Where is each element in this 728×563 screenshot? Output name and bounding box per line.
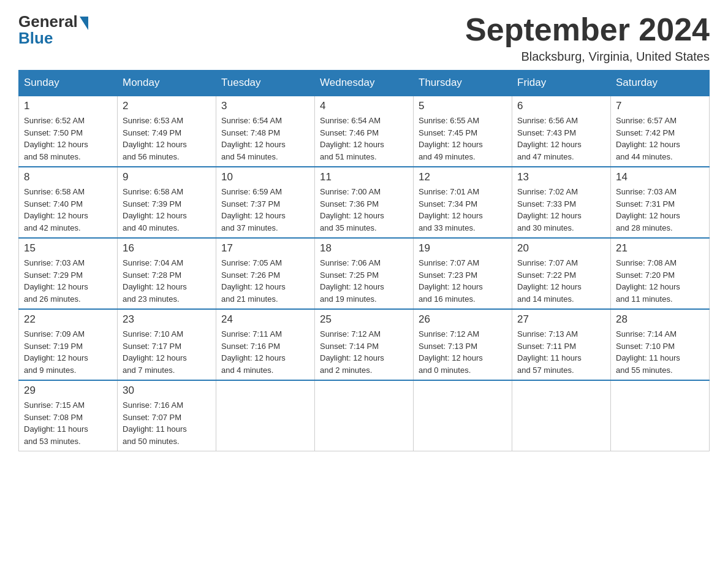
- day-number: 14: [616, 171, 704, 183]
- weekday-header-saturday: Saturday: [611, 71, 710, 96]
- day-info: Sunrise: 6:58 AM Sunset: 7:40 PM Dayligh…: [24, 186, 112, 234]
- day-number: 20: [517, 242, 605, 255]
- day-info: Sunrise: 7:16 AM Sunset: 7:07 PM Dayligh…: [123, 399, 211, 447]
- calendar-cell: 18 Sunrise: 7:06 AM Sunset: 7:25 PM Dayl…: [315, 238, 414, 309]
- day-info: Sunrise: 6:55 AM Sunset: 7:45 PM Dayligh…: [419, 115, 507, 163]
- day-number: 3: [221, 100, 309, 112]
- calendar-cell: 4 Sunrise: 6:54 AM Sunset: 7:46 PM Dayli…: [315, 96, 414, 167]
- week-row-2: 8 Sunrise: 6:58 AM Sunset: 7:40 PM Dayli…: [19, 167, 710, 238]
- calendar-cell: 19 Sunrise: 7:07 AM Sunset: 7:23 PM Dayl…: [414, 238, 512, 309]
- day-info: Sunrise: 7:13 AM Sunset: 7:11 PM Dayligh…: [517, 328, 605, 376]
- calendar-cell: [414, 380, 512, 451]
- day-number: 15: [24, 242, 112, 255]
- calendar-cell: 21 Sunrise: 7:08 AM Sunset: 7:20 PM Dayl…: [611, 238, 710, 309]
- day-number: 23: [123, 313, 211, 326]
- day-info: Sunrise: 7:14 AM Sunset: 7:10 PM Dayligh…: [616, 328, 704, 376]
- day-number: 30: [123, 385, 211, 397]
- day-info: Sunrise: 7:04 AM Sunset: 7:28 PM Dayligh…: [123, 257, 211, 305]
- day-number: 27: [517, 313, 605, 326]
- calendar-cell: 23 Sunrise: 7:10 AM Sunset: 7:17 PM Dayl…: [118, 309, 216, 380]
- weekday-header-monday: Monday: [118, 71, 216, 96]
- page-header: General Blue September 2024 Blacksburg, …: [18, 12, 710, 64]
- day-info: Sunrise: 7:05 AM Sunset: 7:26 PM Dayligh…: [221, 257, 309, 305]
- logo-triangle-icon: [80, 17, 88, 30]
- location-text: Blacksburg, Virginia, United States: [465, 50, 710, 64]
- day-number: 4: [320, 100, 408, 112]
- day-info: Sunrise: 6:53 AM Sunset: 7:49 PM Dayligh…: [123, 115, 211, 163]
- weekday-header-friday: Friday: [512, 71, 611, 96]
- day-info: Sunrise: 7:10 AM Sunset: 7:17 PM Dayligh…: [123, 328, 211, 376]
- calendar-cell: 3 Sunrise: 6:54 AM Sunset: 7:48 PM Dayli…: [216, 96, 315, 167]
- day-info: Sunrise: 7:06 AM Sunset: 7:25 PM Dayligh…: [320, 257, 408, 305]
- calendar-table: SundayMondayTuesdayWednesdayThursdayFrid…: [18, 70, 710, 451]
- calendar-cell: 14 Sunrise: 7:03 AM Sunset: 7:31 PM Dayl…: [611, 167, 710, 238]
- week-row-5: 29 Sunrise: 7:15 AM Sunset: 7:08 PM Dayl…: [19, 380, 710, 451]
- logo-blue-text: Blue: [18, 29, 53, 48]
- calendar-cell: 22 Sunrise: 7:09 AM Sunset: 7:19 PM Dayl…: [19, 309, 118, 380]
- calendar-cell: [315, 380, 414, 451]
- day-number: 6: [517, 100, 605, 112]
- calendar-cell: 30 Sunrise: 7:16 AM Sunset: 7:07 PM Dayl…: [118, 380, 216, 451]
- day-info: Sunrise: 7:00 AM Sunset: 7:36 PM Dayligh…: [320, 186, 408, 234]
- day-info: Sunrise: 7:08 AM Sunset: 7:20 PM Dayligh…: [616, 257, 704, 305]
- day-info: Sunrise: 7:03 AM Sunset: 7:31 PM Dayligh…: [616, 186, 704, 234]
- day-info: Sunrise: 7:12 AM Sunset: 7:13 PM Dayligh…: [419, 328, 507, 376]
- calendar-cell: 27 Sunrise: 7:13 AM Sunset: 7:11 PM Dayl…: [512, 309, 611, 380]
- calendar-cell: 16 Sunrise: 7:04 AM Sunset: 7:28 PM Dayl…: [118, 238, 216, 309]
- calendar-cell: 9 Sunrise: 6:58 AM Sunset: 7:39 PM Dayli…: [118, 167, 216, 238]
- day-info: Sunrise: 6:58 AM Sunset: 7:39 PM Dayligh…: [123, 186, 211, 234]
- day-info: Sunrise: 6:59 AM Sunset: 7:37 PM Dayligh…: [221, 186, 309, 234]
- day-info: Sunrise: 7:01 AM Sunset: 7:34 PM Dayligh…: [419, 186, 507, 234]
- day-number: 1: [24, 100, 112, 112]
- day-number: 29: [24, 385, 112, 397]
- day-number: 16: [123, 242, 211, 255]
- day-number: 12: [419, 171, 507, 183]
- calendar-cell: 29 Sunrise: 7:15 AM Sunset: 7:08 PM Dayl…: [19, 380, 118, 451]
- day-info: Sunrise: 6:57 AM Sunset: 7:42 PM Dayligh…: [616, 115, 704, 163]
- day-info: Sunrise: 6:54 AM Sunset: 7:46 PM Dayligh…: [320, 115, 408, 163]
- day-info: Sunrise: 7:07 AM Sunset: 7:22 PM Dayligh…: [517, 257, 605, 305]
- day-number: 8: [24, 171, 112, 183]
- day-info: Sunrise: 6:52 AM Sunset: 7:50 PM Dayligh…: [24, 115, 112, 163]
- day-number: 24: [221, 313, 309, 326]
- day-info: Sunrise: 6:56 AM Sunset: 7:43 PM Dayligh…: [517, 115, 605, 163]
- day-number: 26: [419, 313, 507, 326]
- day-number: 9: [123, 171, 211, 183]
- logo: General Blue: [18, 12, 88, 48]
- calendar-cell: 6 Sunrise: 6:56 AM Sunset: 7:43 PM Dayli…: [512, 96, 611, 167]
- calendar-cell: 11 Sunrise: 7:00 AM Sunset: 7:36 PM Dayl…: [315, 167, 414, 238]
- calendar-cell: 8 Sunrise: 6:58 AM Sunset: 7:40 PM Dayli…: [19, 167, 118, 238]
- day-info: Sunrise: 7:12 AM Sunset: 7:14 PM Dayligh…: [320, 328, 408, 376]
- day-number: 11: [320, 171, 408, 183]
- calendar-cell: 12 Sunrise: 7:01 AM Sunset: 7:34 PM Dayl…: [414, 167, 512, 238]
- day-number: 22: [24, 313, 112, 326]
- week-row-3: 15 Sunrise: 7:03 AM Sunset: 7:29 PM Dayl…: [19, 238, 710, 309]
- day-info: Sunrise: 7:09 AM Sunset: 7:19 PM Dayligh…: [24, 328, 112, 376]
- calendar-cell: [216, 380, 315, 451]
- day-number: 21: [616, 242, 704, 255]
- calendar-cell: 10 Sunrise: 6:59 AM Sunset: 7:37 PM Dayl…: [216, 167, 315, 238]
- weekday-header-sunday: Sunday: [19, 71, 118, 96]
- calendar-cell: 24 Sunrise: 7:11 AM Sunset: 7:16 PM Dayl…: [216, 309, 315, 380]
- calendar-cell: 7 Sunrise: 6:57 AM Sunset: 7:42 PM Dayli…: [611, 96, 710, 167]
- calendar-cell: 26 Sunrise: 7:12 AM Sunset: 7:13 PM Dayl…: [414, 309, 512, 380]
- day-number: 28: [616, 313, 704, 326]
- calendar-cell: 1 Sunrise: 6:52 AM Sunset: 7:50 PM Dayli…: [19, 96, 118, 167]
- weekday-header-wednesday: Wednesday: [315, 71, 414, 96]
- calendar-cell: 2 Sunrise: 6:53 AM Sunset: 7:49 PM Dayli…: [118, 96, 216, 167]
- calendar-cell: 25 Sunrise: 7:12 AM Sunset: 7:14 PM Dayl…: [315, 309, 414, 380]
- week-row-4: 22 Sunrise: 7:09 AM Sunset: 7:19 PM Dayl…: [19, 309, 710, 380]
- day-info: Sunrise: 7:07 AM Sunset: 7:23 PM Dayligh…: [419, 257, 507, 305]
- weekday-header-row: SundayMondayTuesdayWednesdayThursdayFrid…: [19, 71, 710, 96]
- day-info: Sunrise: 7:11 AM Sunset: 7:16 PM Dayligh…: [221, 328, 309, 376]
- day-info: Sunrise: 7:15 AM Sunset: 7:08 PM Dayligh…: [24, 399, 112, 447]
- day-number: 17: [221, 242, 309, 255]
- weekday-header-thursday: Thursday: [414, 71, 512, 96]
- title-section: September 2024 Blacksburg, Virginia, Uni…: [465, 12, 710, 64]
- day-number: 18: [320, 242, 408, 255]
- calendar-cell: 5 Sunrise: 6:55 AM Sunset: 7:45 PM Dayli…: [414, 96, 512, 167]
- day-number: 13: [517, 171, 605, 183]
- day-number: 25: [320, 313, 408, 326]
- day-info: Sunrise: 6:54 AM Sunset: 7:48 PM Dayligh…: [221, 115, 309, 163]
- calendar-cell: 15 Sunrise: 7:03 AM Sunset: 7:29 PM Dayl…: [19, 238, 118, 309]
